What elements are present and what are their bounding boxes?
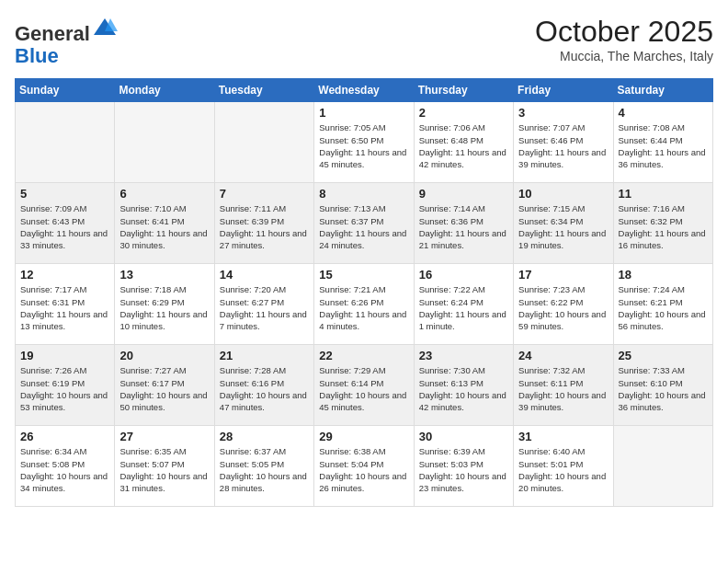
day-number: 28 <box>220 430 309 443</box>
day-info: Sunrise: 7:17 AM Sunset: 6:31 PM Dayligh… <box>20 283 109 332</box>
week-row-4: 19Sunrise: 7:26 AM Sunset: 6:19 PM Dayli… <box>16 345 713 426</box>
day-info: Sunrise: 7:32 AM Sunset: 6:11 PM Dayligh… <box>518 364 608 413</box>
day-info: Sunrise: 7:22 AM Sunset: 6:24 PM Dayligh… <box>419 283 508 332</box>
calendar-cell: 28Sunrise: 6:37 AM Sunset: 5:05 PM Dayli… <box>214 426 313 507</box>
calendar-cell: 11Sunrise: 7:16 AM Sunset: 6:32 PM Dayli… <box>613 183 712 264</box>
calendar-cell: 15Sunrise: 7:21 AM Sunset: 6:26 PM Dayli… <box>314 264 414 345</box>
day-number: 1 <box>319 106 408 120</box>
day-info: Sunrise: 6:38 AM Sunset: 5:04 PM Dayligh… <box>319 445 408 494</box>
day-number: 3 <box>518 106 608 120</box>
weekday-header-wednesday: Wednesday <box>314 79 414 102</box>
calendar-cell: 6Sunrise: 7:10 AM Sunset: 6:41 PM Daylig… <box>115 183 214 264</box>
calendar-cell: 20Sunrise: 7:27 AM Sunset: 6:17 PM Dayli… <box>115 345 214 426</box>
calendar-cell: 2Sunrise: 7:06 AM Sunset: 6:48 PM Daylig… <box>414 102 513 183</box>
day-number: 16 <box>419 268 508 282</box>
day-number: 11 <box>619 187 708 201</box>
calendar-cell: 5Sunrise: 7:09 AM Sunset: 6:43 PM Daylig… <box>16 183 115 264</box>
calendar-cell: 8Sunrise: 7:13 AM Sunset: 6:37 PM Daylig… <box>314 183 414 264</box>
week-row-2: 5Sunrise: 7:09 AM Sunset: 6:43 PM Daylig… <box>16 183 713 264</box>
day-number: 17 <box>518 268 608 282</box>
title-block: October 2025 Muccia, The Marches, Italy <box>535 15 713 63</box>
month-title: October 2025 <box>535 15 713 49</box>
calendar-cell: 7Sunrise: 7:11 AM Sunset: 6:39 PM Daylig… <box>214 183 313 264</box>
calendar-cell <box>613 426 712 507</box>
day-info: Sunrise: 7:26 AM Sunset: 6:19 PM Dayligh… <box>20 364 109 413</box>
day-number: 29 <box>319 430 408 443</box>
calendar-cell: 25Sunrise: 7:33 AM Sunset: 6:10 PM Dayli… <box>613 345 712 426</box>
page-header: General Blue October 2025 Muccia, The Ma… <box>15 15 713 67</box>
calendar-table: SundayMondayTuesdayWednesdayThursdayFrid… <box>15 78 713 507</box>
day-number: 26 <box>20 430 109 443</box>
day-info: Sunrise: 7:09 AM Sunset: 6:43 PM Dayligh… <box>20 202 109 251</box>
day-info: Sunrise: 6:37 AM Sunset: 5:05 PM Dayligh… <box>220 445 309 494</box>
day-info: Sunrise: 7:16 AM Sunset: 6:32 PM Dayligh… <box>619 202 708 251</box>
week-row-3: 12Sunrise: 7:17 AM Sunset: 6:31 PM Dayli… <box>16 264 713 345</box>
day-info: Sunrise: 7:33 AM Sunset: 6:10 PM Dayligh… <box>619 364 708 413</box>
calendar-cell: 22Sunrise: 7:29 AM Sunset: 6:14 PM Dayli… <box>314 345 414 426</box>
day-info: Sunrise: 7:06 AM Sunset: 6:48 PM Dayligh… <box>419 121 508 170</box>
calendar-cell: 1Sunrise: 7:05 AM Sunset: 6:50 PM Daylig… <box>314 102 414 183</box>
day-number: 9 <box>419 187 508 201</box>
day-info: Sunrise: 7:20 AM Sunset: 6:27 PM Dayligh… <box>220 283 309 332</box>
day-info: Sunrise: 7:13 AM Sunset: 6:37 PM Dayligh… <box>319 202 408 251</box>
calendar-cell: 12Sunrise: 7:17 AM Sunset: 6:31 PM Dayli… <box>16 264 115 345</box>
day-number: 12 <box>20 268 109 282</box>
day-number: 19 <box>20 349 109 362</box>
logo-general: General <box>15 22 90 45</box>
day-number: 18 <box>619 268 708 282</box>
calendar-cell <box>115 102 214 183</box>
calendar-cell: 27Sunrise: 6:35 AM Sunset: 5:07 PM Dayli… <box>115 426 214 507</box>
day-info: Sunrise: 7:29 AM Sunset: 6:14 PM Dayligh… <box>319 364 408 413</box>
day-info: Sunrise: 7:08 AM Sunset: 6:44 PM Dayligh… <box>619 121 708 170</box>
logo-blue: Blue <box>15 44 59 67</box>
weekday-header-friday: Friday <box>514 79 613 102</box>
calendar-cell: 3Sunrise: 7:07 AM Sunset: 6:46 PM Daylig… <box>514 102 613 183</box>
day-info: Sunrise: 6:40 AM Sunset: 5:01 PM Dayligh… <box>518 445 608 494</box>
day-info: Sunrise: 6:35 AM Sunset: 5:07 PM Dayligh… <box>119 445 209 494</box>
day-number: 25 <box>619 349 708 362</box>
day-number: 10 <box>518 187 608 201</box>
day-number: 27 <box>119 430 209 443</box>
weekday-header-tuesday: Tuesday <box>214 79 313 102</box>
weekday-header-thursday: Thursday <box>414 79 513 102</box>
day-info: Sunrise: 7:11 AM Sunset: 6:39 PM Dayligh… <box>220 202 309 251</box>
calendar-cell: 21Sunrise: 7:28 AM Sunset: 6:16 PM Dayli… <box>214 345 313 426</box>
day-number: 4 <box>619 106 708 120</box>
weekday-header-sunday: Sunday <box>16 79 115 102</box>
weekday-header-monday: Monday <box>115 79 214 102</box>
day-info: Sunrise: 7:07 AM Sunset: 6:46 PM Dayligh… <box>518 121 608 170</box>
day-info: Sunrise: 7:10 AM Sunset: 6:41 PM Dayligh… <box>119 202 209 251</box>
calendar-cell: 9Sunrise: 7:14 AM Sunset: 6:36 PM Daylig… <box>414 183 513 264</box>
day-number: 24 <box>518 349 608 362</box>
calendar-cell: 16Sunrise: 7:22 AM Sunset: 6:24 PM Dayli… <box>414 264 513 345</box>
week-row-1: 1Sunrise: 7:05 AM Sunset: 6:50 PM Daylig… <box>16 102 713 183</box>
day-number: 22 <box>319 349 408 362</box>
day-info: Sunrise: 6:34 AM Sunset: 5:08 PM Dayligh… <box>20 445 109 494</box>
calendar-cell: 24Sunrise: 7:32 AM Sunset: 6:11 PM Dayli… <box>514 345 613 426</box>
day-info: Sunrise: 7:15 AM Sunset: 6:34 PM Dayligh… <box>518 202 608 251</box>
day-info: Sunrise: 7:21 AM Sunset: 6:26 PM Dayligh… <box>319 283 408 332</box>
day-number: 30 <box>419 430 508 443</box>
day-info: Sunrise: 7:30 AM Sunset: 6:13 PM Dayligh… <box>419 364 508 413</box>
day-number: 21 <box>220 349 309 362</box>
day-info: Sunrise: 7:23 AM Sunset: 6:22 PM Dayligh… <box>518 283 608 332</box>
calendar-cell <box>214 102 313 183</box>
day-number: 2 <box>419 106 508 120</box>
calendar-cell: 23Sunrise: 7:30 AM Sunset: 6:13 PM Dayli… <box>414 345 513 426</box>
calendar-cell: 14Sunrise: 7:20 AM Sunset: 6:27 PM Dayli… <box>214 264 313 345</box>
calendar-cell: 30Sunrise: 6:39 AM Sunset: 5:03 PM Dayli… <box>414 426 513 507</box>
day-number: 7 <box>220 187 309 201</box>
calendar-cell: 18Sunrise: 7:24 AM Sunset: 6:21 PM Dayli… <box>613 264 712 345</box>
calendar-cell: 29Sunrise: 6:38 AM Sunset: 5:04 PM Dayli… <box>314 426 414 507</box>
day-number: 13 <box>119 268 209 282</box>
calendar-cell: 17Sunrise: 7:23 AM Sunset: 6:22 PM Dayli… <box>514 264 613 345</box>
calendar-cell: 26Sunrise: 6:34 AM Sunset: 5:08 PM Dayli… <box>16 426 115 507</box>
logo-icon <box>92 15 118 40</box>
day-info: Sunrise: 7:05 AM Sunset: 6:50 PM Dayligh… <box>319 121 408 170</box>
calendar-cell: 4Sunrise: 7:08 AM Sunset: 6:44 PM Daylig… <box>613 102 712 183</box>
day-number: 31 <box>518 430 608 443</box>
calendar-cell: 13Sunrise: 7:18 AM Sunset: 6:29 PM Dayli… <box>115 264 214 345</box>
calendar-cell: 31Sunrise: 6:40 AM Sunset: 5:01 PM Dayli… <box>514 426 613 507</box>
calendar-cell: 10Sunrise: 7:15 AM Sunset: 6:34 PM Dayli… <box>514 183 613 264</box>
day-number: 23 <box>419 349 508 362</box>
